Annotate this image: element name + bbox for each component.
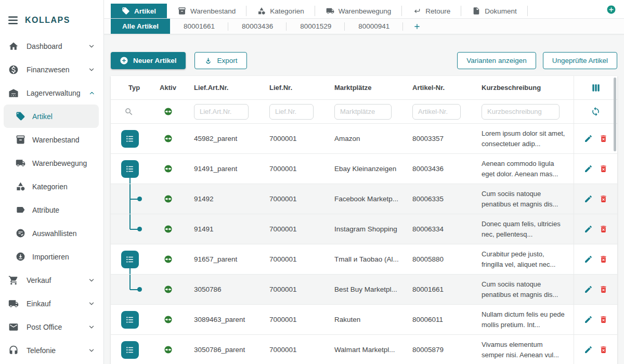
edit-icon[interactable] xyxy=(584,134,593,143)
parent-article-icon[interactable] xyxy=(121,251,139,268)
show-variants-button[interactable]: Varianten anzeigen xyxy=(457,52,536,69)
delete-icon[interactable] xyxy=(599,255,608,264)
columns-settings-icon[interactable] xyxy=(591,83,601,93)
tree-branch xyxy=(130,289,138,290)
edit-icon[interactable] xyxy=(584,194,593,203)
table-row[interactable]: 45982_parent 7000001 Amazon 80003357 Lor… xyxy=(111,123,617,153)
active-status-icon[interactable] xyxy=(164,315,173,324)
sidebar-item-dashboard[interactable]: Dashboard xyxy=(0,34,103,58)
edit-icon[interactable] xyxy=(584,164,593,173)
delete-icon[interactable] xyxy=(599,345,608,354)
parent-article-icon[interactable] xyxy=(121,341,139,359)
export-button[interactable]: Export xyxy=(194,52,247,69)
edit-icon[interactable] xyxy=(584,255,593,264)
subtab-80001529[interactable]: 80001529 xyxy=(287,19,345,34)
sidebar-subitem-importieren[interactable]: Importieren xyxy=(0,245,103,268)
subtab-80000941[interactable]: 80000941 xyxy=(345,19,403,34)
subtab-alle-artikel[interactable]: Alle Artikel xyxy=(111,19,170,34)
subtab-80001661[interactable]: 80001661 xyxy=(170,19,228,34)
active-status-icon[interactable] xyxy=(164,345,173,354)
delete-icon[interactable] xyxy=(599,225,608,233)
table-row[interactable]: 91491 7000001 Instagram Shopping 8000633… xyxy=(111,214,617,244)
toolbar: Neuer Artikel Export Varianten anzeigen … xyxy=(111,52,617,69)
sidebar-item-post-office[interactable]: Post Office xyxy=(0,315,103,339)
table-row[interactable]: 3050786_parent 7000001 Walmart Marketpl.… xyxy=(111,334,617,364)
sidebar-item-finanzwesen[interactable]: Finanzwesen xyxy=(0,58,103,81)
filter-input-artikel-nr[interactable] xyxy=(412,104,461,120)
refresh-icon[interactable] xyxy=(591,107,601,116)
unverified-articles-button[interactable]: Ungeprüfte Artikel xyxy=(543,52,617,69)
active-status-icon[interactable] xyxy=(164,164,173,173)
scrollbar-thumb[interactable] xyxy=(614,77,616,151)
table-header-row: TypAktivLief.Art.Nr.Lief.Nr.MarktplätzeA… xyxy=(111,76,617,99)
tab-retoure[interactable]: Retoure xyxy=(402,4,461,18)
cell-lief-art-nr: 91492 xyxy=(189,195,264,203)
cell-lief-art-nr: 91657_parent xyxy=(189,255,264,263)
filter-input-lief-art-nr[interactable] xyxy=(194,104,249,120)
tab-kategorien[interactable]: Kategorien xyxy=(246,4,315,18)
edit-icon[interactable] xyxy=(584,315,593,324)
sidebar-item-verkauf[interactable]: Verkauf xyxy=(0,268,103,292)
column-header-lief-art-nr[interactable]: Lief.Art.Nr. xyxy=(189,84,264,92)
parent-article-icon[interactable] xyxy=(121,130,139,148)
active-status-icon[interactable] xyxy=(164,255,173,264)
sidebar-subitem-artikel[interactable]: Artikel xyxy=(4,105,99,128)
subtab-80003436[interactable]: 80003436 xyxy=(228,19,287,34)
tab-warenbestand[interactable]: Warenbestand xyxy=(167,4,246,18)
sidebar-subitem-auswahllisten[interactable]: Auswahllisten xyxy=(0,222,103,245)
filter-input-lief-nr[interactable] xyxy=(269,104,314,120)
table-row[interactable]: 3050786 7000001 Best Buy Marketpl... 800… xyxy=(111,274,617,304)
sidebar-item-telefonie[interactable]: Telefonie xyxy=(0,339,103,362)
sidebar-subitem-attribute[interactable]: Attribute xyxy=(0,198,103,222)
column-header-marktplaetze[interactable]: Marktplätze xyxy=(329,84,407,92)
sidebar: KOLLAPS Dashboard Finanzwesen Lagerverwa… xyxy=(0,0,104,364)
column-header-kurz[interactable]: Kurzbeschreibung xyxy=(476,84,574,92)
active-status-icon[interactable] xyxy=(164,194,173,203)
delete-icon[interactable] xyxy=(599,315,608,324)
sidebar-subitem-warenbestand[interactable]: Warenbestand xyxy=(0,128,103,151)
cell-artikel-nr: 80003436 xyxy=(407,165,476,173)
cell-lief-nr: 7000001 xyxy=(264,135,329,142)
tab-artikel[interactable]: Artikel xyxy=(111,4,167,18)
cell-marktplatz: Amazon xyxy=(329,135,407,142)
delete-icon[interactable] xyxy=(599,285,608,294)
edit-icon[interactable] xyxy=(584,225,593,233)
delete-icon[interactable] xyxy=(599,164,608,173)
edit-icon[interactable] xyxy=(584,345,593,354)
cell-typ xyxy=(111,244,147,274)
active-toggle-icon[interactable] xyxy=(164,107,173,116)
active-status-icon[interactable] xyxy=(164,225,173,233)
table-row[interactable]: 91492 7000001 Facebook Marketp... 800063… xyxy=(111,184,617,214)
column-header-lief-nr[interactable]: Lief.Nr. xyxy=(264,84,329,92)
delete-icon[interactable] xyxy=(599,194,608,203)
search-icon[interactable] xyxy=(124,107,134,116)
table-row[interactable]: 91657_parent 7000001 Tmall и Taobao (Al.… xyxy=(111,244,617,274)
table-filter-row xyxy=(111,99,617,123)
active-status-icon[interactable] xyxy=(164,285,173,294)
parent-article-icon[interactable] xyxy=(121,160,139,178)
edit-icon[interactable] xyxy=(584,285,593,294)
table-row[interactable]: 91491_parent 7000001 Ebay Kleinanzeigen … xyxy=(111,153,617,184)
delete-icon[interactable] xyxy=(599,134,608,143)
add-article-tab-icon[interactable] xyxy=(403,19,431,34)
list-icon xyxy=(125,345,135,355)
tab-warenbewegung[interactable]: Warenbewegung xyxy=(315,4,402,18)
new-article-button[interactable]: Neuer Artikel xyxy=(111,52,186,69)
table-row[interactable]: 3089463_parent 7000001 Rakuten 80006011 … xyxy=(111,304,617,334)
add-module-tab-icon[interactable] xyxy=(606,5,616,15)
column-header-typ[interactable]: Typ xyxy=(111,84,147,92)
sidebar-subitem-kategorien[interactable]: Kategorien xyxy=(0,175,103,198)
filter-input-kurzbeschreibung[interactable] xyxy=(482,104,560,120)
column-header-aktiv[interactable]: Aktiv xyxy=(147,84,189,92)
filter-input-marktplaetze[interactable] xyxy=(334,104,392,120)
menu-icon[interactable] xyxy=(8,16,18,24)
tab-dokument[interactable]: Dokument xyxy=(461,4,528,18)
chevron-up-icon xyxy=(88,89,95,97)
cell-actions xyxy=(574,154,617,184)
sidebar-subitem-warenbewegung[interactable]: Warenbewegung xyxy=(0,151,103,175)
active-status-icon[interactable] xyxy=(164,134,173,143)
column-header-artikel-nr[interactable]: Artikel-Nr. xyxy=(407,84,476,92)
parent-article-icon[interactable] xyxy=(121,311,139,329)
sidebar-item-lagerverwaltung[interactable]: Lagerverwaltung xyxy=(0,81,103,105)
sidebar-item-einkauf[interactable]: Einkauf xyxy=(0,292,103,315)
